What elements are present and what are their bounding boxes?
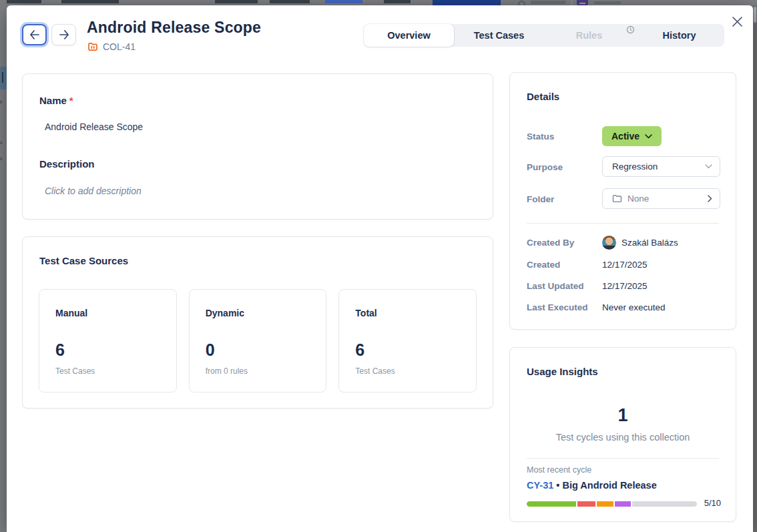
usage-count: 1 [510, 405, 736, 426]
nav-app-icon-fragment [577, 0, 588, 5]
progress-segment [597, 501, 614, 507]
folder-picker[interactable]: None [602, 188, 720, 209]
scrollbar-fragment[interactable] [754, 7, 756, 23]
required-mark: * [69, 95, 73, 106]
folder-label: Folder [527, 194, 554, 204]
progress-segment [577, 501, 595, 507]
recent-cycle-link[interactable]: CY-31 • Big Android Release [527, 480, 657, 491]
source-label: Dynamic [206, 308, 244, 318]
created-label: Created [527, 260, 560, 270]
close-icon[interactable] [732, 16, 743, 27]
arrow-right-icon [59, 30, 69, 39]
purpose-select[interactable]: Regression [602, 156, 720, 177]
details-divider [527, 223, 719, 224]
sidebar-chevron-fragment: › [0, 99, 6, 105]
nav-item-fragment-active [325, 0, 362, 3]
status-dropdown-button[interactable]: Active [602, 126, 662, 146]
collection-icon [87, 41, 98, 52]
purpose-label: Purpose [527, 162, 563, 172]
last-executed-value: Never executed [602, 302, 666, 312]
name-input[interactable]: Android Release Scope [45, 121, 143, 132]
source-caption: Test Cases [355, 366, 395, 376]
page-edge-fragment [753, 5, 757, 532]
usage-insights-card: Usage Insights 1 Test cycles using this … [509, 347, 736, 522]
nav-item-fragment [215, 0, 258, 3]
avatar[interactable] [602, 236, 616, 250]
recent-cycle-label: Most recent cycle [527, 465, 591, 475]
source-card-manual: Manual 6 Test Cases [39, 289, 177, 392]
cycle-progress-label: 5/10 [704, 498, 721, 508]
cycle-progress-bar [527, 501, 697, 507]
source-label: Total [355, 308, 376, 318]
details-title: Details [527, 91, 559, 102]
test-case-sources-card: Test Case Sources Manual 6 Test Cases Dy… [22, 236, 493, 409]
source-count: 6 [355, 340, 364, 360]
description-input[interactable]: Click to add description [45, 186, 142, 196]
forward-button[interactable] [51, 24, 76, 45]
back-button[interactable] [22, 24, 47, 45]
progress-segment [615, 501, 631, 507]
created-value: 12/17/2025 [602, 260, 648, 270]
chevron-right-icon [708, 195, 712, 202]
collection-key-row: COL-41 [87, 41, 136, 52]
cycle-name: Big Android Release [562, 480, 656, 491]
status-value: Active [611, 131, 640, 142]
source-count: 0 [206, 340, 215, 360]
created-by-label: Created By [527, 238, 574, 248]
source-card-dynamic: Dynamic 0 from 0 rules [189, 289, 327, 392]
arrow-left-icon [29, 30, 40, 39]
sidebar-chevron-fragment: › [0, 140, 6, 146]
source-card-total: Total 6 Test Cases [338, 289, 477, 392]
tab-bar: Overview Test Cases Rules History [364, 24, 724, 47]
source-label: Manual [55, 308, 87, 318]
nav-divider-fragment [571, 0, 572, 5]
name-label: Name* [39, 95, 73, 106]
collection-key: COL-41 [103, 41, 136, 52]
name-card: Name* Android Release Scope Description … [22, 73, 493, 220]
description-label: Description [39, 158, 95, 170]
chevron-down-icon [645, 134, 652, 139]
collection-detail-modal: Android Release Scope COL-41 Overview Te… [7, 5, 753, 532]
status-label: Status [527, 131, 554, 142]
sources-title: Test Case Sources [39, 255, 128, 266]
usage-caption: Test cycles using this collection [510, 432, 736, 443]
tab-overview[interactable]: Overview [364, 24, 454, 47]
usage-divider [527, 458, 719, 459]
chevron-down-icon [705, 164, 712, 169]
tab-rules[interactable]: Rules [544, 24, 634, 47]
clock-icon [626, 25, 635, 34]
folder-value: None [627, 194, 708, 204]
folder-icon [612, 194, 622, 203]
cycle-key[interactable]: CY-31 [527, 480, 553, 491]
purpose-value: Regression [612, 162, 705, 172]
progress-track [632, 501, 697, 507]
details-card: Details Status Active Purpose Regression [509, 72, 736, 330]
nav-item-fragment [384, 0, 411, 3]
sidebar-selected-fragment [0, 67, 7, 89]
last-executed-label: Last Executed [527, 302, 588, 312]
source-caption: Test Cases [55, 366, 95, 376]
sidebar-chevron-fragment: › [0, 156, 6, 162]
progress-segment [527, 501, 576, 507]
nav-item-fragment [7, 0, 41, 3]
tab-test-cases[interactable]: Test Cases [454, 24, 544, 47]
nav-primary-button-fragment [433, 0, 501, 5]
last-updated-value: 12/17/2025 [602, 281, 648, 291]
nav-item-fragment [61, 0, 119, 3]
nav-text-fragment [531, 1, 565, 4]
nav-item-fragment [270, 0, 310, 3]
source-caption: from 0 rules [206, 366, 248, 376]
created-by-value: Szakál Balázs [621, 238, 678, 248]
sources-row: Manual 6 Test Cases Dynamic 0 from 0 rul… [39, 289, 477, 392]
page-title: Android Release Scope [87, 19, 261, 37]
usage-title: Usage Insights [527, 366, 598, 377]
source-count: 6 [55, 340, 65, 360]
tab-history[interactable]: History [634, 24, 724, 47]
cycle-separator: • [556, 480, 559, 491]
last-updated-label: Last Updated [527, 281, 584, 291]
nav-text-fragment [594, 1, 621, 4]
